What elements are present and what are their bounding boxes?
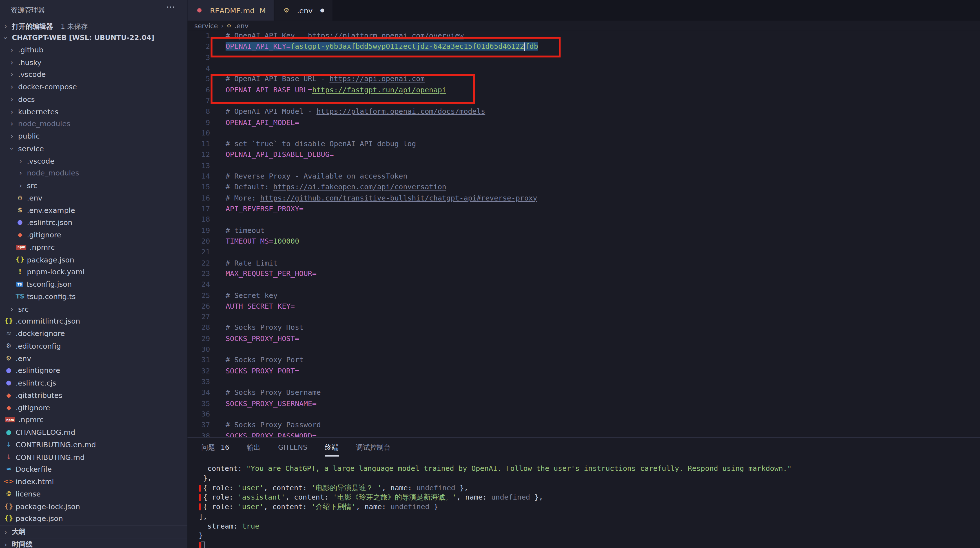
code-line[interactable]: 26AUTH_SECRET_KEY= — [188, 301, 980, 312]
code-line[interactable]: 36 — [188, 409, 980, 420]
code-line[interactable]: 29SOCKS_PROXY_HOST= — [188, 334, 980, 344]
tree-file-.gitattributes[interactable]: ◆.gitattributes — [0, 389, 188, 402]
code-line[interactable]: 19# timeout — [188, 225, 980, 236]
code-line[interactable]: 7 — [188, 95, 980, 106]
tree-file-package.json[interactable]: {}package.json — [0, 513, 188, 525]
code-line[interactable]: 38SOCKS_PROXY_PASSWORD= — [188, 431, 980, 437]
tree-folder-.github[interactable]: ›.github — [0, 44, 188, 56]
tree-folder-.vscode[interactable]: ›.vscode — [0, 155, 188, 167]
panel-tab-debug-console[interactable]: 调试控制台 — [356, 438, 391, 457]
code-line[interactable]: 13 — [188, 160, 980, 171]
breadcrumb[interactable]: service › ⚙ .env — [188, 21, 980, 30]
code-line[interactable]: 4 — [188, 63, 980, 74]
tree-file-.eslintignore[interactable]: ●.eslintignore — [0, 364, 188, 377]
line-text: # Rate Limit — [226, 258, 278, 268]
tree-folder-kubernetes[interactable]: ›kubernetes — [0, 105, 188, 118]
tree-folder-.vscode[interactable]: ›.vscode — [0, 68, 188, 81]
code-line[interactable]: 21 — [188, 247, 980, 258]
code-line[interactable]: 6OPENAI_API_BASE_URL=https://fastgpt.run… — [188, 85, 980, 95]
tree-file-tsup.config.ts[interactable]: TStsup.config.ts — [0, 290, 188, 303]
project-root-item[interactable]: › CHATGPT-WEB [WSL: UBUNTU-22.04] — [0, 32, 188, 44]
panel-tab-gitlens[interactable]: GITLENS — [278, 438, 307, 457]
tree-file-.gitignore[interactable]: ◆.gitignore — [0, 402, 188, 414]
code-editor[interactable]: 1# OpenAI API Key - https://platform.ope… — [188, 31, 980, 437]
tree-file-.commitlintrc.json[interactable]: {}.commitlintrc.json — [0, 315, 188, 327]
tree-file-.eslintrc.json[interactable]: ●.eslintrc.json — [0, 216, 188, 229]
tree-file-CONTRIBUTING.en.md[interactable]: ↓CONTRIBUTING.en.md — [0, 438, 188, 451]
code-line[interactable]: 24 — [188, 280, 980, 290]
code-line[interactable]: 10 — [188, 128, 980, 138]
tree-folder-node_modules[interactable]: ›node_modules — [0, 118, 188, 130]
code-line[interactable]: 17API_REVERSE_PROXY= — [188, 203, 980, 214]
code-line[interactable]: 12OPENAI_API_DISABLE_DEBUG= — [188, 149, 980, 160]
tree-file-package.json[interactable]: {}package.json — [0, 253, 188, 266]
timeline-section[interactable]: › 时间线 — [0, 538, 188, 548]
line-text: # More: https://github.com/transitive-bu… — [226, 193, 537, 203]
breadcrumb-folder[interactable]: service — [194, 22, 218, 30]
tree-file-CONTRIBUTING.md[interactable]: ↓CONTRIBUTING.md — [0, 451, 188, 463]
tree-folder-public[interactable]: ›public — [0, 130, 188, 143]
code-line[interactable]: 5# OpenAI API Base URL - https://api.ope… — [188, 74, 980, 84]
tree-file-.gitignore[interactable]: ◆.gitignore — [0, 229, 188, 241]
tree-file-.eslintrc.cjs[interactable]: ●.eslintrc.cjs — [0, 377, 188, 389]
breadcrumb-file[interactable]: .env — [234, 22, 248, 30]
more-actions-icon[interactable]: ⋯ — [166, 2, 175, 12]
tree-file-.env[interactable]: ⚙.env — [0, 192, 188, 204]
code-line[interactable]: 18 — [188, 214, 980, 225]
code-line[interactable]: 31# Socks Proxy Port — [188, 355, 980, 366]
code-line[interactable]: 23MAX_REQUEST_PER_HOUR= — [188, 268, 980, 280]
tree-folder-src[interactable]: ›src — [0, 179, 188, 192]
code-line[interactable]: 33 — [188, 377, 980, 388]
tree-file-.env.example[interactable]: $.env.example — [0, 204, 188, 216]
code-line[interactable]: 32SOCKS_PROXY_PORT= — [188, 366, 980, 376]
tree-file-pnpm-lock.yaml[interactable]: !pnpm-lock.yaml — [0, 266, 188, 278]
terminal-token: content: — [199, 464, 246, 473]
tree-file-.editorconfig[interactable]: ⚙.editorconfig — [0, 340, 188, 352]
code-line[interactable]: 25# Secret key — [188, 290, 980, 301]
tree-file-index.html[interactable]: <>index.html — [0, 476, 188, 488]
panel-tab-output[interactable]: 输出 — [247, 438, 261, 457]
outline-section[interactable]: › 大纲 — [0, 525, 188, 538]
tree-file-.npmrc[interactable]: npm.npmrc — [0, 414, 188, 426]
code-line[interactable]: 1# OpenAI API Key - https://platform.ope… — [188, 31, 980, 41]
code-token: # Socks Proxy Username — [226, 388, 321, 397]
tab-env[interactable]: ⚙ .env ● — [274, 0, 332, 21]
tree-file-package-lock.json[interactable]: {}package-lock.json — [0, 500, 188, 513]
code-line[interactable]: 30 — [188, 344, 980, 355]
tree-folder-.husky[interactable]: ›.husky — [0, 56, 188, 68]
tree-file-.npmrc[interactable]: npm.npmrc — [0, 241, 188, 253]
panel-tab-problems[interactable]: 问题16 — [201, 438, 229, 457]
tree-file-Dockerfile[interactable]: ≈Dockerfile — [0, 463, 188, 476]
tree-file-.dockerignore[interactable]: ≈.dockerignore — [0, 327, 188, 340]
code-line[interactable]: 3 — [188, 52, 980, 63]
tab-readme[interactable]: ● README.md M — [188, 0, 274, 21]
tree-folder-src[interactable]: ›src — [0, 303, 188, 315]
code-line[interactable]: 35SOCKS_PROXY_USERNAME= — [188, 398, 980, 409]
open-editors-section[interactable]: › 打开的编辑器 1 未保存 — [0, 21, 188, 32]
code-line[interactable]: 14# Reverse Proxy - Available on accessT… — [188, 171, 980, 182]
tree-file-CHANGELOG.md[interactable]: ●CHANGELOG.md — [0, 426, 188, 438]
code-line[interactable]: 15# Default: https://ai.fakeopen.com/api… — [188, 182, 980, 192]
gear-icon: ⚙ — [227, 23, 231, 29]
code-line[interactable]: 11# set `true` to disable OpenAI API deb… — [188, 139, 980, 149]
code-line[interactable]: 9OPENAI_API_MODEL= — [188, 117, 980, 128]
terminal[interactable]: content: "You are ChatGPT, a large langu… — [199, 464, 980, 548]
tree-file-.env[interactable]: ⚙.env — [0, 352, 188, 364]
code-line[interactable]: 37# Socks Proxy Password — [188, 420, 980, 430]
code-line[interactable]: 8# OpenAI API Model - https://platform.o… — [188, 106, 980, 117]
panel-tab-terminal[interactable]: 终端 — [325, 438, 339, 457]
code-line[interactable]: 22# Rate Limit — [188, 258, 980, 268]
code-line[interactable]: 20TIMEOUT_MS=100000 — [188, 236, 980, 247]
code-line[interactable]: 2OPENAI_API_KEY=fastgpt-y6b3axfbdd5wyp01… — [188, 41, 980, 52]
tree-folder-docker-compose[interactable]: ›docker-compose — [0, 81, 188, 93]
tree-folder-service[interactable]: ›service — [0, 143, 188, 155]
tree-folder-docs[interactable]: ›docs — [0, 93, 188, 105]
code-line[interactable]: 27 — [188, 312, 980, 322]
tree-file-license[interactable]: ©license — [0, 488, 188, 500]
tree-file-tsconfig.json[interactable]: TStsconfig.json — [0, 278, 188, 291]
line-number: 31 — [188, 355, 210, 366]
code-line[interactable]: 34# Socks Proxy Username — [188, 388, 980, 398]
code-line[interactable]: 16# More: https://github.com/transitive-… — [188, 193, 980, 203]
code-line[interactable]: 28# Socks Proxy Host — [188, 323, 980, 334]
tree-folder-node_modules[interactable]: ›node_modules — [0, 167, 188, 179]
